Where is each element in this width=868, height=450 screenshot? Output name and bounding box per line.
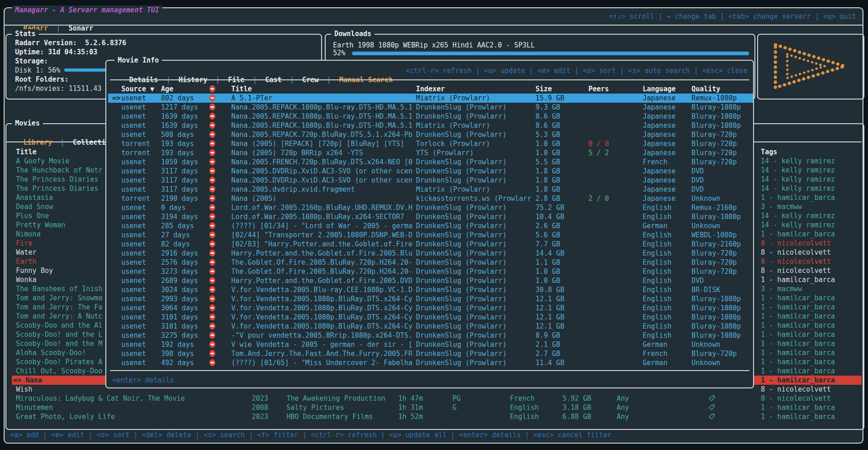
result-quality: Bluray-720p — [691, 267, 737, 276]
search-result-row[interactable]: usenet82 days[02/83] "Harry.Potter.and.t… — [108, 240, 753, 249]
search-result-row[interactable]: usenet1059 daysNana.2005.FRENCH.720p.Blu… — [108, 157, 753, 167]
search-result-row[interactable]: usenet2576 daysThe.Goblet.Of.Fire.2005.B… — [108, 258, 753, 267]
column-quality[interactable]: Quality — [691, 84, 720, 94]
search-result-row[interactable]: usenet0 daysLord.of.War.2005.2160p.BluRa… — [108, 203, 753, 212]
result-indexer: DrunkenSlug (Prowlarr) — [416, 249, 507, 258]
result-language: Japanese — [643, 112, 676, 121]
result-age: 285 days — [161, 221, 194, 230]
result-indexer: DrunkenSlug (Prowlarr) — [416, 157, 507, 167]
search-result-row[interactable]: torrent193 daysNana (2005) 720p BRRip x2… — [108, 148, 753, 157]
tab-separator — [48, 24, 56, 32]
movie-title: Fire — [16, 239, 32, 248]
movie-tag: 14 - kelly ramirez — [761, 184, 835, 193]
search-result-row[interactable]: usenet492 days(????) [01/65] - "Miss Und… — [108, 358, 753, 367]
spacer — [44, 66, 48, 74]
tab-library[interactable]: Library — [23, 138, 52, 147]
result-language: Japanese — [643, 103, 676, 112]
movie-title: Chill Out, Scooby-Doo — [16, 366, 103, 376]
movie-tag: 14 - kelly ramirez — [761, 166, 835, 175]
result-size: 12.1 GB — [535, 313, 564, 322]
search-result-row[interactable]: torrent2190 daysNana (2005)kickasstorren… — [108, 194, 753, 203]
search-result-row[interactable]: usenet2993 daysV.for.Vendetta.2005.1080p… — [108, 294, 753, 303]
search-result-row[interactable]: usenet2916 daysHarry.Potter.and.the.Gobl… — [108, 249, 753, 258]
result-age: 3275 days — [161, 331, 198, 340]
search-result-row[interactable]: usenet508 daysNana.2005.REPACK.720p.BluR… — [108, 130, 753, 139]
download-item[interactable]: Earth 1998 1080p WEBRip x265 Hindi AAC2.… — [333, 41, 535, 50]
column-age[interactable]: Age — [161, 84, 173, 94]
result-source: usenet — [121, 313, 146, 322]
column-language[interactable]: Language — [643, 84, 676, 94]
movie-size: 6.88 GB — [562, 412, 591, 421]
tab-sonarr[interactable]: Sonarr — [68, 24, 93, 32]
search-result-row[interactable]: usenet3273 daysThe.Goblet.Of.Fire.2005.B… — [108, 267, 753, 276]
movie-tag: 1 - hamilcar_barca — [761, 412, 835, 421]
result-indexer: DrunkenSlug (Prowlarr) — [416, 358, 507, 367]
result-language: French — [643, 349, 667, 358]
search-result-row[interactable]: usenet1217 daysNana.2005.REPACK.1080p.Bl… — [108, 103, 753, 112]
movie-title: Minutemen — [16, 403, 53, 412]
movie-row[interactable]: Miraculous: Ladybug & Cat Noir, The Movi… — [12, 394, 862, 403]
search-result-row[interactable]: usenet3101 daysV.for.Vendetta.2005.1080p… — [108, 322, 753, 331]
result-quality: Bluray-2160p — [691, 240, 741, 249]
rejected-icon — [209, 104, 215, 110]
column-peers[interactable]: Peers — [588, 84, 609, 94]
search-result-row[interactable]: usenet3117 daysnana.2005.dvdrip.xvid.fra… — [108, 185, 753, 194]
search-result-row[interactable]: usenet3117 daysNana.2005.DVDRip.XviD.AC3… — [108, 167, 753, 176]
result-source: usenet — [121, 103, 146, 112]
search-result-row[interactable]: usenet3275 days-"V pour vendetta.2005.BR… — [108, 331, 753, 340]
result-indexer: Miatrix (Prowlarr) — [416, 185, 490, 194]
rejected-icon — [209, 295, 215, 302]
result-age: 3273 days — [161, 267, 198, 276]
movie-title: The Hunchback of Notr — [16, 166, 103, 175]
result-quality: Bluray-1080p — [691, 103, 741, 112]
search-result-row[interactable]: usenet3064 daysV.for.Vendetta.2005.1080p… — [108, 303, 753, 313]
result-quality: Unknown — [691, 358, 720, 367]
movie-title: The Princess Diaries — [16, 184, 99, 193]
search-result-row[interactable]: usenet285 days(????) [01/34] - "Lord of … — [108, 221, 753, 230]
result-indexer: DrunkenSlug (Prowlarr) — [416, 103, 507, 112]
movie-title: Wonka — [16, 275, 36, 284]
search-table-header: Source ▼ Age Title Indexer Size Peers La… — [108, 84, 753, 94]
result-source: usenet — [121, 331, 146, 340]
result-indexer: DrunkenSlug (Prowlarr) — [416, 167, 507, 176]
stats-panel-title: Stats — [12, 29, 39, 38]
result-title: nana.2005.dvdrip.xvid.fragment — [231, 185, 414, 194]
result-age: 3064 days — [161, 303, 198, 313]
movie-rating: G — [452, 403, 457, 412]
search-result-row[interactable]: usenet3024 daysV.for.Vendetta.2005.Blu-r… — [108, 285, 753, 294]
result-source: usenet — [121, 340, 146, 349]
result-language: English — [643, 267, 671, 276]
rejected-icon — [209, 195, 215, 202]
result-quality: Bluray-720p — [691, 130, 737, 139]
search-result-row[interactable]: =>usenet802 daysA 5.1-PTerMiatrix (Prowl… — [108, 94, 753, 103]
result-language: English — [643, 249, 671, 258]
search-result-row[interactable]: usenet1639 daysNana.2005.REPACK.1080p.Bl… — [108, 121, 753, 130]
movie-title: Tom and Jerry: The Fa — [16, 303, 103, 312]
search-result-row[interactable]: usenet3194 daysLord.of.War.2005.1080p.Bl… — [108, 212, 753, 221]
search-result-row[interactable]: usenet398 daysTom.And.Jerry.The.Fast.And… — [108, 349, 753, 358]
column-indexer[interactable]: Indexer — [416, 84, 445, 94]
search-result-row[interactable]: usenet192 daysV wie Vendetta - 2005 - ge… — [108, 340, 753, 349]
result-source: usenet — [121, 294, 146, 303]
search-result-row[interactable]: usenet27 days[02/44] "Transporter 2.2005… — [108, 230, 753, 240]
movie-row[interactable]: Minutemen2008Salty Pictures1h 31mGEnglis… — [12, 403, 862, 412]
search-result-row[interactable]: usenet3117 daysNana.2005.DVDRip.XviD.AC3… — [108, 176, 753, 185]
search-result-row[interactable]: usenet2689 daysHarry.Potter.and.the.Gobl… — [108, 276, 753, 285]
movie-runtime: 1h 31m — [398, 403, 423, 412]
result-size: 8.9 GB — [535, 331, 560, 340]
result-title: Nana.2005.FRENCH.720p.BluRay.DTS.x264-NE… — [231, 157, 414, 167]
column-source[interactable]: Source ▼ — [121, 84, 154, 94]
result-language: Japanese — [643, 148, 676, 157]
result-indexer: DrunkenSlug (Prowlarr) — [416, 349, 507, 358]
tag-icon — [708, 404, 715, 413]
column-title[interactable]: Title — [231, 84, 252, 94]
column-size[interactable]: Size — [535, 84, 552, 94]
result-age: 2576 days — [161, 258, 198, 267]
search-result-row[interactable]: usenet1639 daysNana.2005.REPACK.1080p.Bl… — [108, 112, 753, 121]
result-title: V.for.Vendetta.2005.Blu-ray.CEE.1080p.VC… — [231, 285, 414, 294]
movie-title: The Banshees of Inish — [16, 284, 103, 293]
search-result-row[interactable]: usenet3101 daysV.for.Vendetta.2005.1080p… — [108, 313, 753, 322]
search-result-row[interactable]: torrent193 daysNana (2005) [REPACK] [720… — [108, 139, 753, 148]
result-title: Harry.Potter.and.the.Goblet.of.Fire.2005… — [231, 249, 414, 258]
movie-row[interactable]: Great Photo, Lovely Life2023HBO Document… — [12, 412, 862, 421]
